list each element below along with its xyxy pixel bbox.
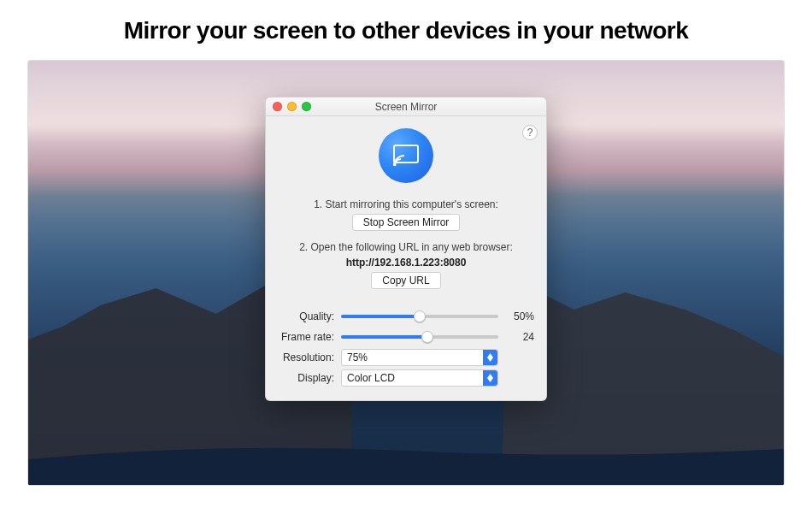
display-select[interactable]: Color LCD — [341, 369, 498, 387]
mirror-url: http://192.168.1.223:8080 — [278, 257, 534, 269]
framerate-label: Frame rate: — [278, 331, 334, 343]
display-selected-value: Color LCD — [347, 372, 395, 384]
quality-value: 50% — [505, 310, 534, 322]
copy-url-button[interactable]: Copy URL — [371, 272, 440, 289]
quality-slider-thumb[interactable] — [414, 310, 426, 322]
resolution-selected-value: 75% — [347, 351, 368, 363]
display-label: Display: — [278, 372, 334, 384]
screen-mirror-app-icon — [379, 128, 433, 183]
resolution-select[interactable]: 75% — [341, 349, 498, 366]
marketing-headline: Mirror your screen to other devices in y… — [0, 0, 812, 60]
framerate-slider-fill — [341, 335, 427, 339]
resolution-label: Resolution: — [278, 351, 334, 363]
window-titlebar: Screen Mirror — [266, 97, 546, 116]
step2-instruction: 2. Open the following URL in any web bro… — [278, 241, 534, 253]
quality-slider-fill — [341, 315, 420, 318]
svg-point-1 — [394, 163, 397, 166]
desktop-screenshot-backdrop: Screen Mirror ? 1. Start mirroring this … — [27, 60, 785, 486]
framerate-slider-thumb[interactable] — [421, 331, 433, 343]
framerate-slider[interactable] — [341, 335, 498, 339]
step1-instruction: 1. Start mirroring this computer's scree… — [278, 198, 534, 210]
chevron-updown-icon — [483, 370, 497, 386]
stop-screen-mirror-button[interactable]: Stop Screen Mirror — [352, 214, 461, 231]
help-button[interactable]: ? — [522, 125, 538, 140]
framerate-value: 24 — [505, 331, 534, 343]
quality-slider[interactable] — [341, 315, 498, 318]
quality-label: Quality: — [278, 310, 334, 322]
window-title: Screen Mirror — [266, 101, 546, 113]
chevron-updown-icon — [483, 350, 497, 365]
app-window: Screen Mirror ? 1. Start mirroring this … — [265, 97, 547, 401]
cast-icon — [392, 142, 420, 169]
